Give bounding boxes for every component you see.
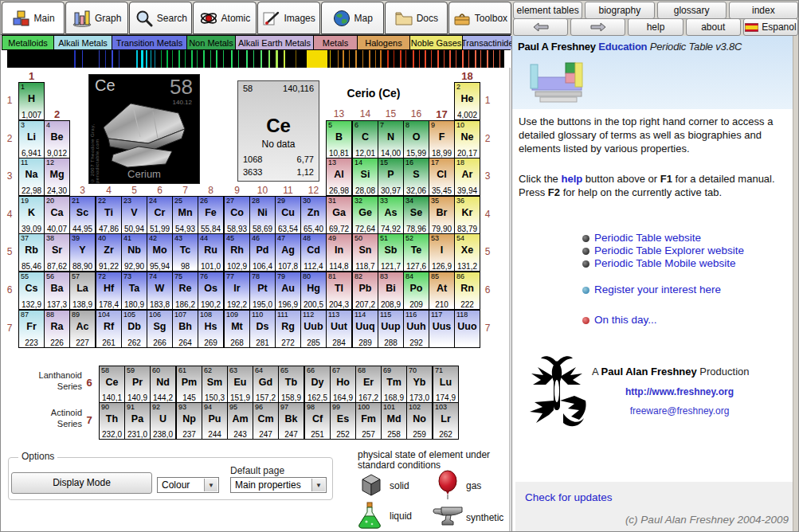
element-cell-Ne[interactable]: 10Ne20,17 <box>454 120 480 158</box>
element-cell-Uus[interactable]: 117Uus <box>429 310 455 348</box>
element-cell-Zr[interactable]: 40Zr91,22 <box>96 233 122 272</box>
element-cell-H[interactable]: 1H1,007 <box>18 82 45 120</box>
element-cell-Bi[interactable]: 83Bi208,9 <box>378 272 404 310</box>
element-cell-Re[interactable]: 75Re186,2 <box>172 272 198 310</box>
element-cell-Cr[interactable]: 24Cr51,99 <box>147 196 173 234</box>
element-cell-La[interactable]: 57La138,9 <box>69 272 96 310</box>
element-cell-Po[interactable]: 84Po209 <box>403 272 429 310</box>
element-cell-Ac[interactable]: 89Ac227 <box>69 310 96 348</box>
element-cell-Rb[interactable]: 37Rb85,46 <box>18 233 45 272</box>
element-cell-S[interactable]: 16S32,06 <box>403 158 429 196</box>
element-cell-Au[interactable]: 79Au196,9 <box>275 272 301 310</box>
element-cell-Mg[interactable]: 12Mg24,30 <box>44 158 70 196</box>
element-cell-Hs[interactable]: 108Hs269 <box>198 310 224 348</box>
element-cell-Tc[interactable]: 43Tc98 <box>172 233 198 272</box>
element-cell-As[interactable]: 33As74,92 <box>378 196 404 234</box>
element-cell-Nd[interactable]: 60Nd144,2 <box>150 366 176 403</box>
element-cell-Uut[interactable]: 113Uut284 <box>326 310 352 348</box>
element-cell-Lu[interactable]: 71Lu174,9 <box>433 366 459 403</box>
element-cell-Ir[interactable]: 77Ir192,2 <box>224 272 250 310</box>
element-cell-Li[interactable]: 3Li6,941 <box>18 120 45 158</box>
element-cell-U[interactable]: 92U238,0 <box>150 402 176 440</box>
about-button[interactable]: about <box>686 18 741 36</box>
element-cell-Pt[interactable]: 78Pt195,0 <box>249 272 276 310</box>
element-cell-Hg[interactable]: 80Hg200,5 <box>300 272 327 310</box>
element-cell-K[interactable]: 19K39,09 <box>18 196 45 234</box>
element-cell-Ar[interactable]: 18Ar39,94 <box>454 158 480 196</box>
tab-map[interactable]: Map <box>321 2 384 34</box>
display-mode-button[interactable]: Display Mode <box>11 472 152 494</box>
element-cell-Uuq[interactable]: 114Uuq289 <box>352 310 378 348</box>
element-cell-Uup[interactable]: 115Uup288 <box>378 310 404 348</box>
element-cell-Sn[interactable]: 50Sn118,7 <box>352 233 378 272</box>
biography-button[interactable]: biography <box>585 2 654 19</box>
element-cell-Mo[interactable]: 42Mo95,94 <box>147 233 173 272</box>
element-cell-Si[interactable]: 14Si28,08 <box>352 158 378 196</box>
glossary-button[interactable]: glossary <box>657 2 727 19</box>
element-cell-Md[interactable]: 101Md258 <box>381 402 407 440</box>
element-cell-Uuh[interactable]: 116Uuh292 <box>403 310 429 348</box>
element-cell-Uub[interactable]: 112Uub285 <box>300 310 327 348</box>
scrollbar-strip[interactable] <box>793 36 799 532</box>
element-cell-Cm[interactable]: 96Cm247 <box>253 402 279 440</box>
element-cell-W[interactable]: 74W183,8 <box>147 272 173 310</box>
website-url-link[interactable]: http://www.freshney.org <box>600 386 759 397</box>
element-cell-Co[interactable]: 27Co58,93 <box>224 196 250 234</box>
element-cell-Cf[interactable]: 98Cf251 <box>304 402 331 440</box>
element-cell-Bh[interactable]: 107Bh264 <box>172 310 198 348</box>
element-cell-Sr[interactable]: 38Sr87,62 <box>44 233 70 272</box>
help-button[interactable]: help <box>628 18 683 36</box>
element-cell-P[interactable]: 15P30,97 <box>378 158 404 196</box>
on-this-day-link[interactable]: On this day... <box>594 314 657 326</box>
index-button[interactable]: index <box>729 2 798 19</box>
back-button[interactable] <box>513 18 568 36</box>
element-cell-Rh[interactable]: 45Rh102,9 <box>224 233 250 272</box>
element-cell-Y[interactable]: 39Y88,90 <box>69 233 96 272</box>
element-cell-Lr[interactable]: 103Lr262 <box>433 402 459 440</box>
element-cell-Pb[interactable]: 82Pb207,2 <box>352 272 378 310</box>
element-cell-Rg[interactable]: 111Rg272 <box>275 310 301 348</box>
check-updates-link[interactable]: Check for updates <box>525 491 613 503</box>
element-cell-Al[interactable]: 13Al26,98 <box>326 158 352 196</box>
tab-atomic[interactable]: Atomic <box>193 2 256 34</box>
email-link[interactable]: freeware@freshney.org <box>600 405 759 417</box>
element-cell-Te[interactable]: 52Te127,6 <box>403 233 429 272</box>
element-cell-Hf[interactable]: 72Hf178,4 <box>96 272 122 310</box>
element-cell-Ca[interactable]: 20Ca40,07 <box>44 196 70 234</box>
colour-dropdown[interactable]: Colour ▼ <box>157 477 219 493</box>
element-cell-Pd[interactable]: 46Pd106,4 <box>249 233 276 272</box>
element-cell-Nb[interactable]: 41Nb92,90 <box>121 233 147 272</box>
element-cell-Uuo[interactable]: 118Uuo <box>454 310 480 348</box>
element-cell-I[interactable]: 53I126,9 <box>429 233 455 272</box>
periodic-table-explorer-link[interactable]: Periodic Table Explorer website <box>594 244 744 256</box>
element-cell-Pu[interactable]: 94Pu244 <box>202 402 228 440</box>
element-cell-Pr[interactable]: 59Pr140,9 <box>124 366 151 403</box>
element-cell-Rn[interactable]: 86Rn222 <box>454 272 480 310</box>
element-cell-Fe[interactable]: 26Fe55,84 <box>198 196 224 234</box>
element-cell-C[interactable]: 6C12,01 <box>352 120 378 158</box>
element-cell-Cs[interactable]: 55Cs132,9 <box>18 272 45 310</box>
element-cell-Ce[interactable]: 58Ce140,1 <box>99 366 125 403</box>
element-cell-Br[interactable]: 35Br79,90 <box>429 196 455 234</box>
element-cell-Pm[interactable]: 61Pm145 <box>176 366 202 403</box>
element-cell-N[interactable]: 7N14,00 <box>378 120 404 158</box>
element-cell-Dy[interactable]: 66Dy162,5 <box>304 366 331 403</box>
element-cell-B[interactable]: 5B10,81 <box>326 120 352 158</box>
element-cell-Ta[interactable]: 73Ta180,9 <box>121 272 147 310</box>
element-cell-Tb[interactable]: 65Tb158,9 <box>278 366 304 403</box>
tab-toolbox[interactable]: Toolbox <box>448 2 511 34</box>
periodic-table-mobile-link[interactable]: Periodic Table Mobile website <box>594 257 736 269</box>
element-cell-Xe[interactable]: 54Xe131,2 <box>454 233 480 272</box>
element-cell-Th[interactable]: 90Th232,0 <box>99 402 125 440</box>
element-cell-O[interactable]: 8O15,99 <box>403 120 429 158</box>
element-cell-Pa[interactable]: 91Pa231,0 <box>124 402 151 440</box>
element-cell-Tm[interactable]: 69Tm168,9 <box>381 366 407 403</box>
element-cell-Ga[interactable]: 31Ga69,72 <box>326 196 352 234</box>
element-cell-He[interactable]: 2He4,002 <box>454 82 480 120</box>
element-cell-Fm[interactable]: 100Fm257 <box>355 402 382 440</box>
element-cell-Bk[interactable]: 97Bk247 <box>278 402 304 440</box>
element-cell-In[interactable]: 49In114,8 <box>326 233 352 272</box>
tab-main[interactable]: Main <box>2 2 65 34</box>
element-cell-Ni[interactable]: 28Ni58,69 <box>249 196 276 234</box>
element-tables-button[interactable]: element tables <box>513 2 582 19</box>
